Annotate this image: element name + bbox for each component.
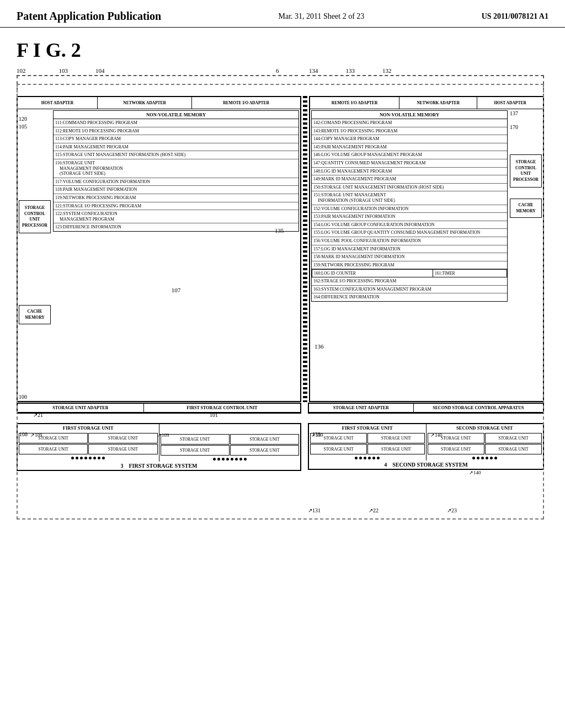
dot <box>377 457 380 459</box>
ref-21: ↗21 <box>33 412 43 418</box>
second-unit-right-label: SECOND STORAGE UNIT <box>427 424 543 432</box>
su-cell-5: STORAGE UNIT <box>161 434 230 445</box>
left-adapter-row: HOST ADAPTER NETWORK ADAPTER REMOTE I/O … <box>18 97 300 109</box>
nvm-item-143: 143:REMOTE I/O PROCESSING PROGRAM <box>312 127 507 136</box>
nvm-item-147: 147:QUANTITY CONSUMED MANAGEMENT PROGRAM <box>312 159 507 168</box>
su-cell-14: STORAGE UNIT <box>485 433 542 443</box>
ref-135: 135 <box>275 227 284 234</box>
right-main-area: NON-VOLATILE MEMORY 142:COMAND PROCESSIN… <box>310 109 509 401</box>
nvm-item-161: 161:TIMER <box>433 269 507 277</box>
ref-105: 105 <box>19 124 51 130</box>
right-cache-box: CACHEMEMORY <box>510 199 542 218</box>
dot <box>364 457 366 459</box>
nvm-item-162: 162:STRAGE I/O PROCESSING PROGRAM <box>312 277 507 286</box>
dot <box>481 457 484 459</box>
su-cell-11: STORAGE UNIT <box>310 444 367 454</box>
nvm-item-112: 112:REMOTE I/O PROCESSING PROGRAM <box>54 127 299 136</box>
ref-109-left: ↗109 <box>30 432 42 438</box>
second-unit-right-grid: STORAGE UNIT STORAGE UNIT STORAGE UNIT S… <box>427 432 543 456</box>
second-unit-left-grid: STORAGE UNIT STORAGE UNIT STORAGE UNIT S… <box>309 432 426 456</box>
ref-139: ↗139 <box>311 432 323 438</box>
dot <box>93 457 96 459</box>
nvm-item-122: 122:SYSTEM CONFIGURATION MANAGEMENT PROG… <box>54 210 299 223</box>
left-bottom-header: STORAGE UNIT ADAPTER FIRST STORAGE CONTR… <box>18 404 300 413</box>
second-unit-left-label: FIRST STORAGE UNIT <box>309 424 426 432</box>
dots-second-left <box>309 456 426 461</box>
dot <box>89 457 92 459</box>
ref-21-label: ↗21 <box>33 412 43 418</box>
ref-134: 134 <box>309 67 318 74</box>
nvm-item-115: 115:STORAGE UNIT MANAGEMENT INFORMATION … <box>54 151 299 159</box>
nvm-item-160: 160:LOG ID COUNTER <box>312 269 433 277</box>
nvm-item-156: 156:VOLUME POOL CONFIGURATION INFORMATIO… <box>312 237 507 245</box>
left-unit-label: FIRST STORAGE CONTROL UNIT <box>144 404 300 412</box>
right-adapter-network: NETWORK ADAPTER <box>399 97 477 109</box>
ref-102: 102 <box>17 67 26 74</box>
dot <box>494 457 497 459</box>
nvm-item-111: 111:COMMAND PROCESSING PROGRAM <box>54 119 299 127</box>
dot <box>244 458 247 461</box>
second-storage-system-label: SECOND STORAGE SYSTEM <box>392 462 468 468</box>
ref-6: 6 <box>276 67 279 74</box>
nvm-item-123: 123:DIFFERENCE INFORMATION <box>54 223 299 231</box>
dots-right <box>159 457 301 462</box>
dot <box>235 458 238 461</box>
left-adapter-host: HOST ADAPTER <box>18 97 98 109</box>
left-bracket <box>17 75 298 97</box>
right-scup-box: STORAGECONTROLUNITPROCESSOR <box>510 154 542 188</box>
ref-103: 103 <box>59 67 68 74</box>
ref-120-area: 120 105 <box>19 116 51 133</box>
left-nvm-title: NON-VOLATILE MEMORY <box>54 111 299 119</box>
first-unit-left-group: FIRST STORAGE UNIT STORAGE UNIT STORAGE … <box>18 424 159 462</box>
ref-23: ↗23 <box>447 507 457 513</box>
ref-133: 133 <box>346 67 355 74</box>
right-control-box: REMOTE I/O ADAPTER NETWORK ADAPTER HOST … <box>309 96 544 402</box>
first-unit-right-label <box>159 424 301 433</box>
right-nvm-box: NON-VOLATILE MEMORY 142:COMAND PROCESSIN… <box>311 110 508 302</box>
nvm-item-155: 155:LOG VOLUME GROUP QUANTITY CONSUMED M… <box>312 229 507 237</box>
right-adapter-host: HOST ADAPTER <box>477 97 543 109</box>
nvm-item-146: 146:LOG VOLUME GROUP MANAGEMENT PROGRAM <box>312 151 507 159</box>
dot <box>71 457 74 459</box>
nvm-item-153: 153:PAIR MANAGEMENT INFORMATION <box>312 213 507 221</box>
left-nvm-box: NON-VOLATILE MEMORY 111:COMMAND PROCESSI… <box>53 110 299 232</box>
ref-132: 132 <box>382 67 392 74</box>
diagram-area: F I G. 2 102 103 104 6 134 133 132 HOST … <box>0 28 565 702</box>
dot <box>213 458 216 461</box>
first-unit-right-grid: STORAGE UNIT STORAGE UNIT STORAGE UNIT S… <box>159 433 301 457</box>
right-adapter-row: REMOTE I/O ADAPTER NETWORK ADAPTER HOST … <box>310 97 543 109</box>
dot <box>359 457 362 459</box>
ref-4: 4 <box>384 462 387 468</box>
first-storage-units: FIRST STORAGE UNIT STORAGE UNIT STORAGE … <box>18 424 300 462</box>
right-nvm-title: NON-VOLATILE MEMORY <box>312 111 507 119</box>
dot <box>477 457 479 459</box>
nvm-item-154: 154:LOG VOLUME GROUP CONFIGURATION INFOR… <box>312 221 507 229</box>
ref-3: 3 <box>120 463 123 469</box>
left-adapter-label: STORAGE UNIT ADAPTER <box>18 404 144 412</box>
dot <box>84 457 87 459</box>
dots-second-right <box>427 456 543 461</box>
nvm-item-116: 116:STORAGE UNIT MANAGEMENT INFORMATION … <box>54 159 299 178</box>
ref-22: ↗22 <box>369 507 379 513</box>
second-unit-left-group: FIRST STORAGE UNIT STORAGE UNIT STORAGE … <box>309 424 427 461</box>
second-unit-right-group: SECOND STORAGE UNIT STORAGE UNIT STORAGE… <box>427 424 543 461</box>
dot <box>368 457 371 459</box>
su-cell-4: STORAGE UNIT <box>88 444 157 454</box>
ref-140-2: ↗140 <box>469 470 481 475</box>
right-inner-content: NON-VOLATILE MEMORY 142:COMAND PROCESSIN… <box>310 109 543 401</box>
ref-137: 137 <box>510 110 542 116</box>
su-cell-6: STORAGE UNIT <box>230 434 299 445</box>
right-unit-label: SECOND STORAGE CONTROL APPARATUS <box>414 404 543 412</box>
su-cell-16: STORAGE UNIT <box>485 444 542 454</box>
left-adapter-network: NETWORK ADAPTER <box>98 97 192 109</box>
fig-title: F I G. 2 <box>17 39 548 62</box>
su-cell-8: STORAGE UNIT <box>230 445 299 456</box>
right-adapter-label: STORAGE UNIT ADAPTER <box>309 404 414 412</box>
su-cell-2: STORAGE UNIT <box>88 433 157 443</box>
su-cell-15: STORAGE UNIT <box>428 444 484 454</box>
ref-107: 107 <box>53 287 299 293</box>
dot <box>76 457 78 459</box>
left-scup-box: STORAGECONTROLUNITPROCESSOR <box>19 200 51 233</box>
first-storage-system-label: FIRST STORAGE SYSTEM <box>129 463 197 469</box>
ref-120: 120 <box>19 116 51 122</box>
